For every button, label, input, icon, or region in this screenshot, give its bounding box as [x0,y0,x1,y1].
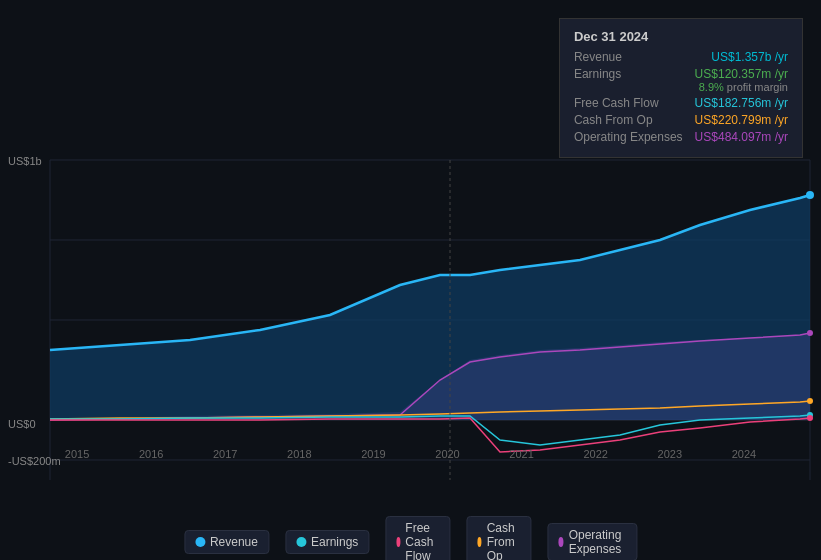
tooltip-row-earnings: Earnings US$120.357m /yr 8.9% profit mar… [574,67,788,93]
tooltip-row-revenue: Revenue US$1.357b /yr [574,50,788,64]
tooltip-value-fcf: US$182.756m /yr [695,96,788,110]
tooltip-label-earnings: Earnings [574,67,621,93]
tooltip-value-earnings: US$120.357m /yr [695,67,788,81]
x-axis: 2015 2016 2017 2018 2019 2020 2021 2022 … [0,448,821,460]
profit-margin: 8.9% profit margin [695,81,788,93]
legend-dot-opex [558,537,563,547]
legend-label-opex: Operating Expenses [569,528,626,556]
legend-dot-cashop [477,537,481,547]
x-label-2022: 2022 [583,448,607,460]
tooltip-row-opex: Operating Expenses US$484.097m /yr [574,130,788,144]
legend-item-opex[interactable]: Operating Expenses [547,523,637,560]
tooltip-value-cashop: US$220.799m /yr [695,113,788,127]
x-label-2016: 2016 [139,448,163,460]
legend-item-fcf[interactable]: Free Cash Flow [385,516,450,560]
legend-label-revenue: Revenue [210,535,258,549]
legend-label-fcf: Free Cash Flow [405,521,439,560]
tooltip-row-cashop: Cash From Op US$220.799m /yr [574,113,788,127]
x-label-2018: 2018 [287,448,311,460]
legend-dot-fcf [396,537,400,547]
legend-item-cashop[interactable]: Cash From Op [466,516,531,560]
legend-label-cashop: Cash From Op [487,521,521,560]
tooltip-value-opex: US$484.097m /yr [695,130,788,144]
tooltip-value-revenue: US$1.357b /yr [711,50,788,64]
tooltip-label-revenue: Revenue [574,50,622,64]
legend-dot-earnings [296,537,306,547]
tooltip-row-fcf: Free Cash Flow US$182.756m /yr [574,96,788,110]
x-label-2023: 2023 [658,448,682,460]
chart-legend: Revenue Earnings Free Cash Flow Cash Fro… [184,516,637,560]
legend-dot-revenue [195,537,205,547]
x-label-2021: 2021 [509,448,533,460]
svg-point-8 [806,191,814,199]
legend-label-earnings: Earnings [311,535,358,549]
tooltip-panel: Dec 31 2024 Revenue US$1.357b /yr Earnin… [559,18,803,158]
svg-point-12 [807,415,813,421]
y-label-zero: US$0 [8,418,36,430]
x-label-2024: 2024 [732,448,756,460]
x-label-2019: 2019 [361,448,385,460]
x-label-2015: 2015 [65,448,89,460]
tooltip-date: Dec 31 2024 [574,29,788,44]
tooltip-label-opex: Operating Expenses [574,130,683,144]
tooltip-label-fcf: Free Cash Flow [574,96,659,110]
svg-point-9 [807,330,813,336]
legend-item-revenue[interactable]: Revenue [184,530,269,554]
svg-point-10 [807,398,813,404]
legend-item-earnings[interactable]: Earnings [285,530,369,554]
x-label-2020: 2020 [435,448,459,460]
y-label-top: US$1b [8,155,42,167]
tooltip-label-cashop: Cash From Op [574,113,653,127]
x-label-2017: 2017 [213,448,237,460]
